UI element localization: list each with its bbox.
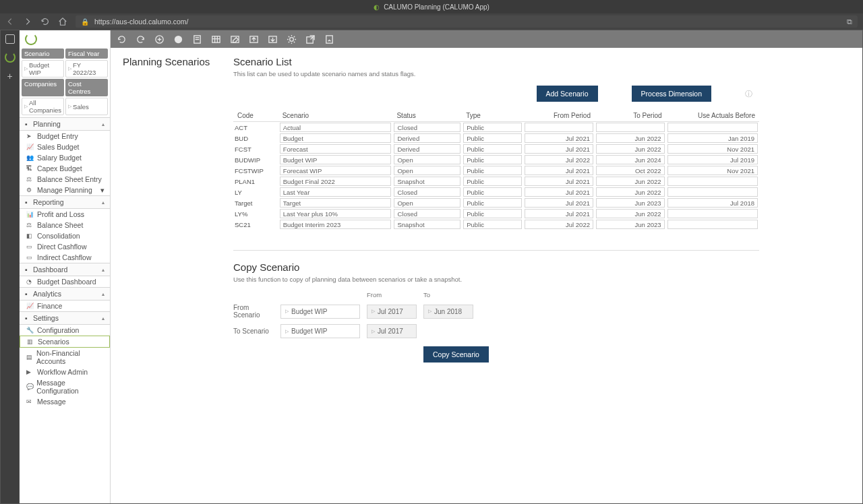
to-cell[interactable]: Jun 2022 <box>596 144 665 154</box>
status-cell[interactable]: Open <box>394 198 460 208</box>
scenario-cell[interactable]: Budget Final 2022 <box>280 177 392 186</box>
status-cell[interactable]: Snapshot <box>394 220 460 229</box>
filter-cost-value[interactable]: ▷Sales <box>65 98 108 115</box>
tb-popout-icon[interactable] <box>305 34 316 44</box>
process-dimension-button[interactable]: Process Dimension <box>632 86 711 102</box>
type-cell[interactable]: Public <box>463 144 522 154</box>
from-cell[interactable]: Jul 2021 <box>525 144 593 154</box>
reader-icon[interactable]: ⧉ <box>847 18 852 26</box>
from-cell[interactable]: Jul 2021 <box>525 187 593 197</box>
rail-add-icon[interactable]: + <box>7 71 12 82</box>
scenario-cell[interactable]: Budget <box>280 133 392 143</box>
type-cell[interactable]: Public <box>463 166 522 175</box>
from-cell[interactable]: Jul 2021 <box>525 198 593 208</box>
tb-globe-icon[interactable] <box>173 34 183 44</box>
use-cell[interactable]: Jul 2018 <box>667 198 758 208</box>
from-cell[interactable]: Jul 2021 <box>525 133 593 143</box>
to-cell[interactable]: Jun 2022 <box>596 177 665 186</box>
from-cell[interactable]: Jul 2022 <box>525 220 593 229</box>
rail-tab-icon[interactable] <box>5 34 15 44</box>
use-cell[interactable] <box>667 177 758 186</box>
use-cell[interactable]: Jan 2019 <box>667 133 758 143</box>
nav-item[interactable]: 👥Salary Budget <box>20 152 110 163</box>
tb-edit-icon[interactable] <box>229 34 240 44</box>
refresh-icon[interactable] <box>40 17 50 26</box>
nav-item[interactable]: ➤Budget Entry <box>20 131 110 141</box>
tb-settings-icon[interactable] <box>286 34 297 44</box>
type-cell[interactable]: Public <box>463 133 522 143</box>
nav-item[interactable]: ▭Indirect Cashflow <box>20 252 110 263</box>
nav-item[interactable]: ▤Non-Financial Accounts <box>20 348 110 367</box>
address-bar[interactable]: 🔒 https://aus-cloud.calumo.com/ ⧉ <box>76 15 858 28</box>
copy-scenario-button[interactable]: Copy Scenario <box>423 346 489 363</box>
status-cell[interactable]: Closed <box>394 187 460 197</box>
from-period-select[interactable]: ▷Jul 2017 <box>367 305 417 319</box>
from-scenario-select[interactable]: ▷Budget WIP <box>280 305 360 319</box>
status-cell[interactable]: Open <box>394 155 460 164</box>
tb-table-icon[interactable] <box>210 34 221 44</box>
type-cell[interactable]: Public <box>463 123 522 132</box>
to-cell[interactable]: Jun 2022 <box>596 133 665 143</box>
tb-doc-icon[interactable] <box>324 34 334 44</box>
filter-companies-value[interactable]: ▷All Companies <box>22 98 64 115</box>
to-cell[interactable]: Jun 2023 <box>596 198 665 208</box>
nav-item[interactable]: ⚖Balance Sheet <box>20 220 110 230</box>
use-cell[interactable]: Jul 2019 <box>667 155 758 164</box>
nav-item[interactable]: ◔Budget Dashboard <box>20 276 110 287</box>
use-cell[interactable] <box>667 187 758 197</box>
scenario-cell[interactable]: Forecast <box>280 144 392 154</box>
from-cell[interactable] <box>525 123 593 132</box>
back-icon[interactable] <box>5 17 15 26</box>
scenario-cell[interactable]: Last Year plus 10% <box>280 209 392 218</box>
type-cell[interactable]: Public <box>463 177 522 186</box>
nav-item[interactable]: ◧Consolidation <box>20 230 110 241</box>
info-icon[interactable]: ⓘ <box>745 89 752 99</box>
status-cell[interactable]: Closed <box>394 123 460 132</box>
home-icon[interactable] <box>58 17 67 26</box>
nav-item[interactable]: ⚙Manage Planning▾ <box>20 185 110 195</box>
tb-import-icon[interactable] <box>267 34 278 44</box>
status-cell[interactable]: Open <box>394 166 460 175</box>
nav-section[interactable]: ▪Planning▴ <box>20 117 110 131</box>
tb-export-icon[interactable] <box>248 34 259 44</box>
to-cell[interactable] <box>596 123 665 132</box>
nav-item[interactable]: 📊Profit and Loss <box>20 209 110 220</box>
nav-item[interactable]: 📈Finance <box>20 301 110 311</box>
rail-app-icon[interactable] <box>5 52 16 63</box>
scenario-cell[interactable]: Target <box>280 198 392 208</box>
status-cell[interactable]: Derived <box>394 144 460 154</box>
nav-item[interactable]: ▥Scenarios <box>20 336 110 348</box>
to-period-select[interactable]: ▷Jun 2018 <box>423 305 473 319</box>
nav-item[interactable]: ▭Direct Cashflow <box>20 241 110 252</box>
nav-item[interactable]: ✉Message <box>20 396 110 407</box>
add-scenario-button[interactable]: Add Scenario <box>537 86 598 102</box>
scenario-cell[interactable]: Budget WIP <box>280 155 392 164</box>
from-cell[interactable]: Jul 2021 <box>525 209 593 218</box>
nav-section[interactable]: ▪Analytics▴ <box>20 287 110 301</box>
status-cell[interactable]: Snapshot <box>394 177 460 186</box>
nav-item[interactable]: 🏗Capex Budget <box>20 163 110 174</box>
use-cell[interactable]: Nov 2021 <box>667 144 758 154</box>
to-from-period-select[interactable]: ▷Jul 2017 <box>367 324 417 338</box>
to-cell[interactable]: Jun 2023 <box>596 220 665 229</box>
scenario-cell[interactable]: Budget Interim 2023 <box>280 220 392 229</box>
use-cell[interactable] <box>667 209 758 218</box>
type-cell[interactable]: Public <box>463 198 522 208</box>
filter-fiscal-value[interactable]: ▷FY 2022/23 <box>65 60 108 77</box>
to-cell[interactable]: Jun 2022 <box>596 187 665 197</box>
tb-home-icon[interactable] <box>154 34 165 44</box>
from-cell[interactable]: Jul 2021 <box>525 166 593 175</box>
to-cell[interactable]: Oct 2022 <box>596 166 665 175</box>
scenario-cell[interactable]: Actual <box>280 123 392 132</box>
nav-section[interactable]: ▪Dashboard▴ <box>20 263 110 276</box>
use-cell[interactable] <box>667 220 758 229</box>
tb-refresh-icon[interactable] <box>116 34 127 44</box>
use-cell[interactable] <box>667 123 758 132</box>
status-cell[interactable]: Derived <box>394 133 460 143</box>
nav-item[interactable]: 🔧Configuration <box>20 325 110 336</box>
scenario-cell[interactable]: Forecast WIP <box>280 166 392 175</box>
use-cell[interactable]: Nov 2021 <box>667 166 758 175</box>
nav-item[interactable]: 📈Sales Budget <box>20 141 110 152</box>
status-cell[interactable]: Closed <box>394 209 460 218</box>
type-cell[interactable]: Public <box>463 187 522 197</box>
